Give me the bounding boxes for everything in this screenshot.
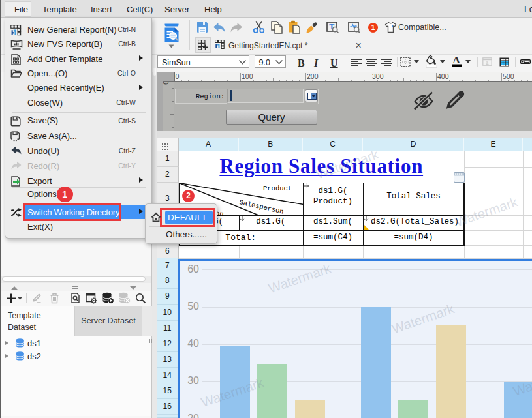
font-size-select[interactable]: 9.0	[255, 55, 287, 68]
sheet-corner-button[interactable]	[157, 138, 179, 151]
row-header-1[interactable]: 1	[157, 151, 179, 167]
file-menu-item-exit[interactable]: Exit(X)	[6, 219, 151, 233]
row-header-8[interactable]: 8	[157, 273, 179, 289]
column-header-e[interactable]: E	[464, 138, 523, 151]
border-button[interactable]	[400, 57, 411, 67]
column-header-a[interactable]: A	[179, 138, 239, 151]
panel-resize-grip[interactable]	[149, 339, 152, 343]
dataset-settings-button[interactable]	[86, 293, 97, 304]
chart-bar[interactable]	[220, 346, 250, 418]
cell-d4[interactable]: ds2.G(Total_Sales)	[371, 217, 459, 226]
row-header-15[interactable]: 15	[157, 383, 179, 399]
copy-button[interactable]	[270, 21, 283, 34]
file-menu-item-add-other-template[interactable]: Add Other Template	[6, 52, 151, 66]
chart-bar[interactable]	[436, 325, 466, 418]
align-left-button[interactable]	[351, 59, 362, 67]
delete-dataset-button[interactable]	[49, 293, 60, 304]
cell-c5[interactable]: =sum(C4)	[303, 233, 363, 242]
row-header-14[interactable]: 14	[157, 368, 179, 383]
menu-help[interactable]: Help	[204, 3, 222, 16]
redo-button[interactable]	[230, 22, 243, 35]
menu-server[interactable]: Server	[164, 3, 189, 16]
preview-dataset-button[interactable]	[70, 293, 81, 303]
italic-button[interactable]: I	[314, 57, 318, 69]
template-preview-button[interactable]	[164, 23, 179, 42]
fill-color-dropdown-icon[interactable]	[440, 60, 445, 63]
row-header-12[interactable]: 12	[157, 336, 179, 352]
disconnect-database-button[interactable]	[118, 292, 131, 304]
notification-badge[interactable]: 1	[368, 23, 378, 33]
column-header-d[interactable]: D	[363, 138, 464, 151]
row-header-9[interactable]: 9	[157, 289, 179, 305]
file-menu-item-new-general-report[interactable]: New General Report(N)Ctrl-N	[6, 22, 151, 37]
cell-b4[interactable]: ds1.G(	[239, 217, 304, 226]
float-element-icon[interactable]	[454, 172, 465, 183]
expand-arrow-icon[interactable]	[5, 354, 8, 358]
bold-button[interactable]: B	[298, 57, 305, 69]
font-family-select[interactable]: SimSun	[157, 55, 249, 68]
table-style-button[interactable]	[499, 57, 509, 67]
file-menu-item-redo[interactable]: Redo(R)Ctrl-Y	[6, 158, 151, 173]
merge-cell-button[interactable]: a	[482, 57, 492, 66]
row-header-17[interactable]	[157, 415, 179, 418]
file-menu-item-open[interactable]: Open...(O)Ctrl-O	[6, 66, 151, 80]
align-center-button[interactable]	[366, 59, 377, 67]
submenu-item-others[interactable]: Others......	[166, 230, 207, 239]
file-menu-item-save[interactable]: Save(S)Ctrl-S	[6, 113, 151, 128]
row-header-11[interactable]: 11	[157, 321, 179, 336]
query-button[interactable]: Query	[226, 110, 317, 125]
paste-button[interactable]	[288, 20, 301, 34]
chart-bar[interactable]	[295, 400, 325, 418]
cell-c3-line2[interactable]: Product)	[303, 197, 363, 206]
new-template-button[interactable]	[195, 37, 211, 53]
file-menu-item-options[interactable]: Options(	[6, 187, 151, 202]
splitter-down-icon[interactable]	[130, 286, 136, 290]
cell-d3[interactable]: Total Sales	[363, 192, 464, 201]
column-header-f[interactable]	[523, 138, 532, 151]
panel-scrollbar[interactable]	[0, 276, 151, 283]
underline-button[interactable]: U	[330, 57, 338, 69]
save-button[interactable]	[196, 21, 208, 33]
tab-title[interactable]: GettingStartedEN.cpt *	[228, 41, 307, 50]
cell-c3-line1[interactable]: ds1.G(	[303, 187, 363, 196]
chart-bar[interactable]	[504, 382, 532, 418]
pencil-icon[interactable]	[445, 89, 466, 111]
preview-page-button[interactable]	[348, 22, 361, 34]
file-menu-item-opened-recently[interactable]: Opened Recently(E)	[6, 81, 151, 95]
file-menu-item-close[interactable]: Close(W)Ctrl-W	[6, 95, 151, 110]
tab-template-dataset[interactable]: TemplateDataset	[0, 306, 75, 336]
eye-slash-icon[interactable]	[413, 90, 435, 110]
splitter-grip-icon[interactable]	[72, 288, 78, 289]
column-header-c[interactable]: C	[303, 138, 363, 151]
menu-cell[interactable]: Cell(C)	[127, 3, 153, 16]
template-preview-caret-icon[interactable]	[168, 44, 174, 48]
preview-button[interactable]: T	[326, 22, 339, 34]
row-header-6[interactable]: 6	[157, 245, 179, 258]
report-title-cell[interactable]: Region Sales Situation	[179, 155, 465, 178]
row-header-16[interactable]: 16	[157, 399, 179, 415]
splitter-up-icon[interactable]	[11, 286, 18, 290]
chevron-down-icon[interactable]	[275, 59, 283, 65]
panel-scrollbar-thumb[interactable]	[2, 276, 146, 282]
chart-bar[interactable]	[257, 364, 287, 418]
menu-template[interactable]: Template	[42, 3, 77, 16]
compatible-label[interactable]: Compatible...	[398, 23, 446, 32]
chart-bar[interactable]	[398, 400, 428, 418]
column-header-b[interactable]: B	[239, 138, 304, 151]
expand-arrow-icon[interactable]	[5, 341, 8, 345]
panel-splitter[interactable]	[0, 283, 151, 292]
login-label[interactable]: Lo	[524, 4, 532, 14]
menu-insert[interactable]: Insert	[91, 3, 112, 16]
font-color-button[interactable]: A	[451, 55, 463, 67]
tree-item-ds1[interactable]: ds1	[0, 336, 151, 350]
row-header-7[interactable]: 7	[157, 258, 179, 274]
tree-item-ds2[interactable]: ds2	[0, 350, 151, 363]
form-designer-canvas[interactable]: Region: Query	[174, 82, 532, 131]
row-header-13[interactable]: 13	[157, 352, 179, 368]
splitter-handle[interactable]	[153, 68, 156, 76]
file-menu-item-export[interactable]: Export	[6, 173, 151, 188]
menu-file[interactable]: File	[14, 3, 28, 16]
region-dropdown-button[interactable]	[305, 89, 319, 102]
file-menu-item-new-fvs-report[interactable]: New FVS Report(B)Ctrl-B	[6, 37, 151, 51]
edit-dataset-button[interactable]	[31, 293, 42, 304]
